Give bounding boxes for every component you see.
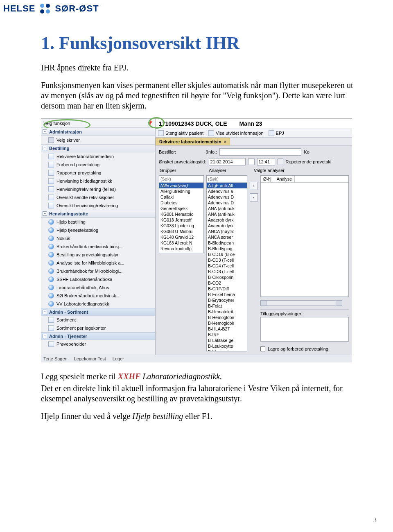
nav-item[interactable]: Oversikt henvisning/rekvirering <box>41 201 155 210</box>
analyser-item[interactable]: ANA (anti-nuk <box>207 206 247 211</box>
nav-item[interactable]: Hjelp tjenestekatalog <box>41 226 155 234</box>
analyser-item[interactable]: B-CRP/Diff <box>207 286 247 292</box>
info-input[interactable] <box>219 148 301 156</box>
analyser-item[interactable]: B-Leukocytte <box>207 343 247 349</box>
nav-item[interactable]: SSHF Laboratoriehåndboka <box>41 275 155 283</box>
nav-velg-skriver[interactable]: Velg skriver <box>41 136 155 144</box>
nav-item[interactable]: Hjelp bestilling <box>41 218 155 226</box>
category-admin-tjenester[interactable]: − Admin - Tjenester <box>41 332 155 340</box>
nav-item[interactable]: Laboratoriehåndbok, Ahus <box>41 283 155 292</box>
nav-item[interactable]: Analyseliste for Mikrobiologisk a... <box>41 259 155 267</box>
add-analyse-button[interactable]: › <box>250 182 258 190</box>
calendar-icon[interactable] <box>248 158 255 165</box>
nav-label: SSHF Laboratoriehåndboka <box>56 277 112 282</box>
collapse-icon[interactable]: − <box>43 334 47 338</box>
analyser-item[interactable]: B-CD4 (T-cell <box>207 263 247 269</box>
analyser-item[interactable]: B-CD8 (T-cell <box>207 269 247 274</box>
grupper-item[interactable]: KG001 Hematolo <box>159 211 203 217</box>
time-dropdown-icon[interactable] <box>278 158 283 165</box>
analyser-item[interactable]: Anaerob dyrk <box>207 217 247 223</box>
category-admin-sortiment[interactable]: − Admin - Sortiment <box>41 308 155 316</box>
analyser-item[interactable]: B-CO2 <box>207 280 247 286</box>
category-henvisningsstotte[interactable]: − Henvisningsstøtte <box>41 210 155 218</box>
grupper-item[interactable]: (Alle analyser) <box>159 183 203 188</box>
analyser-item[interactable]: B-Blodtypean <box>207 240 247 246</box>
analyser-item[interactable]: Adenovirus D <box>207 200 247 206</box>
tab-rekvirere[interactable]: Rekvirere laboratoriemedisin × <box>156 138 230 145</box>
analyser-item[interactable]: B-CD3 (T-cell <box>207 257 247 263</box>
analyser-item[interactable]: B-Magnesium <box>207 349 247 351</box>
nav-item[interactable]: Sortiment <box>41 316 155 324</box>
utvidet-info-button[interactable]: Vise utvidet informasjon <box>208 130 264 136</box>
nav-item[interactable]: Rekvirere laboratoriemedisin <box>41 152 155 161</box>
analyser-item[interactable]: ANCA screer <box>207 234 247 240</box>
grupper-list[interactable]: (Søk) (Alle analyser)AllergiutredningCøl… <box>159 175 204 253</box>
valgte-analyser-table[interactable]: Ø-hj Analyse <box>260 175 349 297</box>
analyser-item[interactable]: A-IgE anti-Alt <box>207 183 247 188</box>
analyser-item[interactable]: B-Folat <box>207 303 247 309</box>
analyser-item[interactable]: B-Hemoglobir <box>207 315 247 320</box>
analyser-item[interactable]: Adenovirus D <box>207 194 247 200</box>
analyser-item[interactable]: B-Hematokrit <box>207 309 247 315</box>
hscrollbar[interactable] <box>260 300 342 306</box>
collapse-icon[interactable]: − <box>43 146 47 150</box>
grupper-item[interactable]: Generell sjekk <box>159 206 203 211</box>
nav-item[interactable]: Sortiment per legekontor <box>41 324 155 332</box>
epj-button[interactable]: EPJ <box>269 130 284 136</box>
grupper-item[interactable]: Cøliaki <box>159 194 203 200</box>
analyser-item[interactable]: Anaerob dyrk <box>207 223 247 229</box>
pin-icon[interactable]: 📌 <box>147 120 153 126</box>
save-checkbox[interactable] <box>260 346 265 351</box>
info-label: (Info.: <box>206 149 217 154</box>
nav-item[interactable]: VV Laboratoriediagnostikk <box>41 300 155 308</box>
category-administrasjon[interactable]: − Administrasjon <box>41 128 155 136</box>
tillegg-textarea[interactable] <box>260 317 349 342</box>
remove-analyse-button[interactable]: ‹ <box>250 193 258 201</box>
analyser-list[interactable]: (Søk) A-IgE anti-AltAdenovirus aAdenovir… <box>206 175 247 351</box>
analyser-item[interactable]: B-Blodtyping, <box>207 246 247 251</box>
category-bestilling[interactable]: − Bestilling <box>41 144 155 152</box>
analyser-item[interactable]: Adenovirus a <box>207 188 247 194</box>
nav-item[interactable]: Henvisning bildediagnostikk <box>41 177 155 185</box>
grupper-item[interactable]: KG013 Jernstoff <box>159 217 203 223</box>
grupper-item[interactable]: KG038 Lipider og <box>159 223 203 229</box>
nav-item[interactable]: SØ Brukerhåndbok medisinsk... <box>41 292 155 300</box>
analyser-item[interactable]: B-Laktase-ge <box>207 337 247 343</box>
action-label: Vise utvidet informasjon <box>216 131 264 136</box>
steng-pasient-button[interactable]: Steng aktiv pasient <box>158 130 203 136</box>
dato-input[interactable] <box>209 158 246 165</box>
grupper-item[interactable]: Diabetes <box>159 200 203 206</box>
analyser-item[interactable]: B-CD19 (B-ce <box>207 251 247 257</box>
grupper-item[interactable]: KG163 Allergi: N <box>159 240 203 246</box>
analyser-item[interactable]: B-IRF <box>207 332 247 337</box>
collapse-icon[interactable]: − <box>43 310 47 314</box>
collapse-icon[interactable]: − <box>43 129 47 134</box>
grupper-search[interactable]: (Søk) <box>159 176 203 183</box>
nav-item[interactable]: Forbered prøvetaking <box>41 161 155 169</box>
nav-item[interactable]: Oversikt sendte rekvisisjoner <box>41 193 155 201</box>
grupper-item[interactable]: Revma kontrollp <box>159 246 203 251</box>
nav-item[interactable]: Bestilling av prøvetakingsutstyr <box>41 251 155 259</box>
grupper-item[interactable]: KG148 Gravid 12 <box>159 234 203 240</box>
analyser-item[interactable]: ANA (anti-nuk <box>207 211 247 217</box>
grupper-item[interactable]: Allergiutredning <box>159 188 203 194</box>
doc-icon <box>48 162 54 168</box>
nav-item[interactable]: Brukerhåndbok medisinsk biokj... <box>41 242 155 251</box>
nav-item[interactable]: Brukerhåndbok for Mikrobiologi... <box>41 267 155 275</box>
grupper-item[interactable]: KG068 U-Misbru <box>159 229 203 234</box>
analyser-item[interactable]: B-Hemoglobir <box>207 320 247 326</box>
analyser-search[interactable]: (Søk) <box>207 176 247 183</box>
nav-item[interactable]: Rapporter prøvetaking <box>41 169 155 177</box>
note-mid: Laboratoriediagnostikk. <box>140 372 222 381</box>
nav-item[interactable]: Henvisning/rekvirering (felles) <box>41 185 155 193</box>
analyser-item[interactable]: B-Enkel hema <box>207 292 247 297</box>
close-icon[interactable]: × <box>224 139 226 144</box>
analyser-item[interactable]: B-Erytrocytter <box>207 297 247 303</box>
nav-item[interactable]: Noklus <box>41 234 155 242</box>
analyser-item[interactable]: B-HLA-B27 <box>207 326 247 332</box>
tid-input[interactable] <box>257 158 275 165</box>
nav-item[interactable]: Prøvebeholder <box>41 340 155 348</box>
analyser-item[interactable]: B-Ciklosporin <box>207 274 247 280</box>
analyser-item[interactable]: ANCA (nøytrc <box>207 229 247 234</box>
collapse-icon[interactable]: − <box>43 211 47 216</box>
